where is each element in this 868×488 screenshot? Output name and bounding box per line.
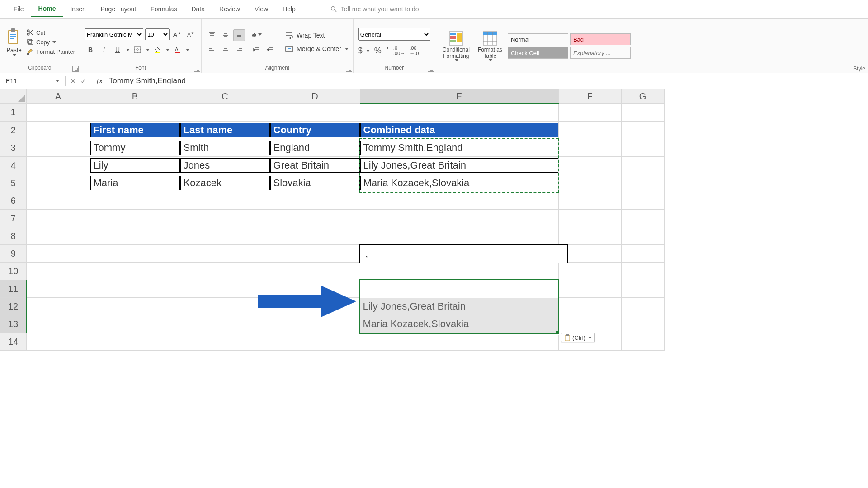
cell-A6[interactable] [26,192,90,210]
align-left-button[interactable] [206,43,218,55]
cell-F11[interactable] [558,280,621,298]
cell-B1[interactable] [90,103,180,122]
currency-button[interactable]: $ [358,46,363,56]
cell-A5[interactable] [26,174,90,192]
cell-E8[interactable] [360,227,558,245]
align-middle-button[interactable] [220,29,231,41]
cell-G14[interactable] [621,333,664,351]
row-header-6[interactable]: 6 [0,192,27,210]
cell-E3[interactable]: Tommy Smith,England [360,139,558,157]
paste-options-button[interactable]: (Ctrl) [561,333,595,342]
cell-F10[interactable] [558,263,621,280]
cell-E10[interactable] [360,263,558,280]
column-header-A[interactable]: A [26,89,90,104]
cell-F6[interactable] [558,192,621,210]
row-header-4[interactable]: 4 [0,157,27,174]
cell-D6[interactable] [270,192,360,210]
decrease-font-button[interactable]: A▼ [185,28,197,40]
font-name-select[interactable]: Franklin Gothic M [85,28,143,40]
cell-D7[interactable] [270,210,360,227]
column-header-G[interactable]: G [621,89,664,104]
cell-B5[interactable]: Maria [90,174,180,192]
cell-G4[interactable] [621,157,664,174]
style-bad[interactable]: Bad [570,33,631,45]
cell-C3[interactable]: Smith [180,139,270,157]
cell-A2[interactable] [26,122,90,139]
number-format-select[interactable]: General [358,28,430,41]
align-center-button[interactable] [220,43,231,55]
column-header-D[interactable]: D [270,89,360,104]
cell-G11[interactable] [621,280,664,298]
cell-G12[interactable] [621,298,664,315]
decrease-indent-button[interactable] [250,44,262,56]
font-color-button[interactable]: A [171,44,183,56]
cell-D5[interactable]: Slovakia [270,174,360,192]
dialog-launcher-icon[interactable] [72,66,79,72]
decrease-decimal-button[interactable]: .00←.0 [410,45,419,56]
underline-button[interactable]: U [112,44,123,56]
merge-center-button[interactable]: Merge & Center [285,44,349,53]
row-header-2[interactable]: 2 [0,122,27,139]
cell-A9[interactable] [26,245,90,263]
cell-B4[interactable]: Lily [90,157,180,174]
cell-E7[interactable] [360,210,558,227]
row-header-8[interactable]: 8 [0,227,27,245]
cell-C1[interactable] [180,103,270,122]
fx-icon[interactable]: ƒx [96,77,103,84]
tab-insert[interactable]: Insert [63,2,93,16]
dialog-launcher-icon[interactable] [428,66,434,72]
cell-G2[interactable] [621,122,664,139]
tell-me-search[interactable]: Tell me what you want to do [330,5,419,13]
borders-button[interactable] [132,44,143,56]
row-header-12[interactable]: 12 [0,298,27,315]
formula-input[interactable] [107,75,868,86]
cell-A12[interactable] [26,298,90,315]
row-header-13[interactable]: 13 [0,315,27,333]
cell-A11[interactable] [26,280,90,298]
cell-D3[interactable]: England [270,139,360,157]
italic-button[interactable]: I [98,44,110,56]
tab-help[interactable]: Help [275,2,303,16]
cell-C8[interactable] [180,227,270,245]
column-header-E[interactable]: E [360,89,558,104]
cell-F1[interactable] [558,103,621,122]
row-header-9[interactable]: 9 [0,245,27,263]
cell-C4[interactable]: Jones [180,157,270,174]
comma-button[interactable]: ʼ [386,46,389,56]
cell-e9[interactable]: , [359,244,568,263]
cell-E4[interactable]: Lily Jones,Great Britain [360,157,558,174]
increase-font-button[interactable]: A▲ [171,28,183,40]
increase-indent-button[interactable] [264,44,276,56]
cell-D1[interactable] [270,103,360,122]
row-header-1[interactable]: 1 [0,103,27,122]
dialog-launcher-icon[interactable] [194,66,200,72]
cell-G8[interactable] [621,227,664,245]
cell-E5[interactable]: Maria Kozacek,Slovakia [360,174,558,192]
tab-view[interactable]: View [247,2,275,16]
cell-D4[interactable]: Great Britain [270,157,360,174]
align-right-button[interactable] [233,43,245,55]
row-header-5[interactable]: 5 [0,174,27,192]
cell-C14[interactable] [180,333,270,351]
cell-E11[interactable]: Tommy Smith,England [360,280,558,298]
cell-G6[interactable] [621,192,664,210]
cell-G7[interactable] [621,210,664,227]
cell-B3[interactable]: Tommy [90,139,180,157]
cut-button[interactable]: Cut [26,28,75,37]
cell-C2[interactable]: Last name [180,122,270,139]
align-bottom-button[interactable] [233,29,245,41]
cell-F5[interactable] [558,174,621,192]
select-all-corner[interactable] [0,89,27,104]
cell-E2[interactable]: Combined data [360,122,558,139]
tab-formulas[interactable]: Formulas [143,2,184,16]
cell-B10[interactable] [90,263,180,280]
cell-A4[interactable] [26,157,90,174]
cell-D2[interactable]: Country [270,122,360,139]
percent-button[interactable]: % [374,46,382,56]
cell-B11[interactable] [90,280,180,298]
cell-C6[interactable] [180,192,270,210]
fill-color-button[interactable] [151,44,163,56]
cancel-formula-button[interactable]: ✕ [70,77,76,85]
tab-page-layout[interactable]: Page Layout [93,2,143,16]
column-header-B[interactable]: B [90,89,180,104]
